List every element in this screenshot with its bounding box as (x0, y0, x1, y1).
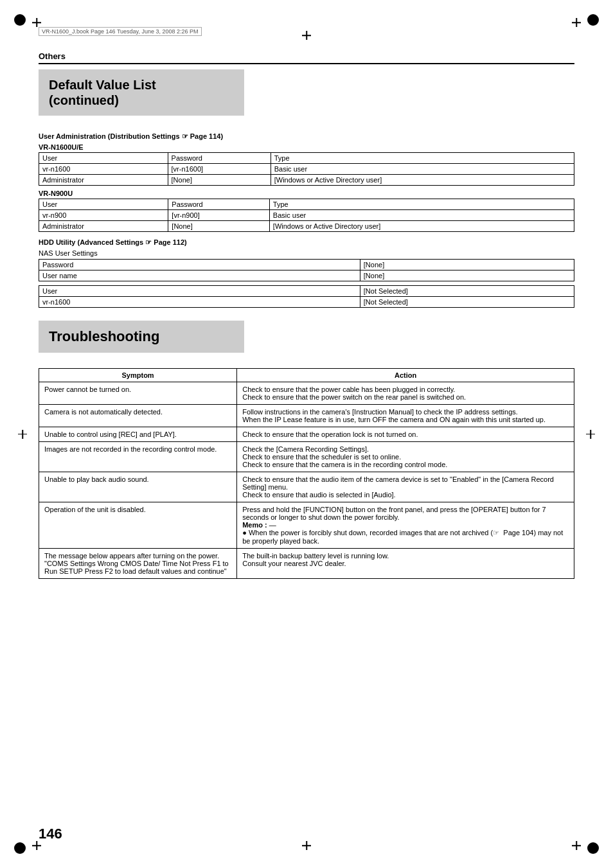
action-cell: Check the [Camera Recording Settings]. C… (237, 442, 574, 472)
action-cell: Follow instructions in the camera's [Ins… (237, 405, 574, 427)
col-symptom: Symptom (39, 369, 237, 382)
symptom-cell: Camera is not automatically detected. (39, 405, 237, 427)
table-row: Unable to play back audio sound. Check t… (39, 472, 574, 502)
symptom-cell: Power cannot be turned on. (39, 382, 237, 405)
page-container: VR-N1600_J.book Page 146 Tuesday, June 3… (0, 0, 613, 868)
crosshair-tr (572, 18, 581, 27)
corner-circle-tr (587, 14, 599, 26)
table-row: The message below appears after turning … (39, 549, 574, 579)
nas-label: NAS User Settings (39, 249, 574, 257)
action-cell: The built-in backup battery level is run… (237, 549, 574, 579)
page-title: Default Value List (continued) (49, 77, 234, 108)
crosshair-bl (32, 841, 41, 850)
file-info: VR-N1600_J.book Page 146 Tuesday, June 3… (39, 27, 202, 36)
table-row: Images are not recorded in the recording… (39, 442, 574, 472)
symptom-cell: Unable to play back audio sound. (39, 472, 237, 502)
symptom-cell: Operation of the unit is disabled. (39, 502, 237, 549)
model2-label: VR-N900U (39, 190, 574, 197)
symptom-cell: The message below appears after turning … (39, 549, 237, 579)
troubleshooting-title-wrapper: Troubleshooting (39, 321, 574, 363)
col-action: Action (237, 369, 574, 382)
action-cell: Check to ensure that the power cable has… (237, 382, 574, 405)
crosshair-top-mid (302, 31, 311, 40)
crosshair-bottom-mid (302, 841, 311, 850)
memo-label: Memo : (242, 521, 267, 529)
action-cell: Check to ensure that the operation lock … (237, 427, 574, 442)
model1-table: User Password Type vr-n1600 [vr-n1600] B… (39, 152, 574, 186)
memo-bullet: When the power is forcibly shut down, re… (242, 529, 563, 545)
default-value-list-title-block: Default Value List (continued) (39, 69, 244, 116)
table-row: Unable to control using [REC] and [PLAY]… (39, 427, 574, 442)
symptom-cell: Unable to control using [REC] and [PLAY]… (39, 427, 237, 442)
table-row: Camera is not automatically detected. Fo… (39, 405, 574, 427)
model1-label: VR-N1600U/E (39, 143, 574, 151)
user-admin-section: User Administration (Distribution Settin… (39, 132, 574, 232)
troubleshooting-table: Symptom Action Power cannot be turned on… (39, 368, 574, 579)
corner-circle-tl (14, 14, 26, 26)
nas-table2: User [Not Selected] vr-n1600 [Not Select… (39, 285, 574, 308)
nas-table1: Password [None] User name [None] (39, 259, 574, 281)
main-content: Others Default Value List (continued) Us… (39, 51, 574, 583)
crosshair-br (572, 841, 581, 850)
hdd-utility-heading: HDD Utility (Advanced Settings ☞ Page 11… (39, 238, 574, 247)
user-admin-heading: User Administration (Distribution Settin… (39, 132, 574, 141)
troubleshooting-title-block: Troubleshooting (39, 321, 244, 353)
corner-circle-br (587, 842, 599, 854)
page-number: 146 (39, 826, 62, 842)
action-cell: Check to ensure that the audio item of t… (237, 472, 574, 502)
crosshair-tl (32, 18, 41, 27)
table-row: Power cannot be turned on. Check to ensu… (39, 382, 574, 405)
section-header: Others (39, 51, 574, 64)
hdd-utility-section: HDD Utility (Advanced Settings ☞ Page 11… (39, 238, 574, 308)
troubleshooting-title: Troubleshooting (49, 328, 234, 345)
action-cell: Press and hold the [FUNCTION] button on … (237, 502, 574, 549)
table-row: Operation of the unit is disabled. Press… (39, 502, 574, 549)
model2-table: User Password Type vr-n900 [vr-n900] Bas… (39, 199, 574, 232)
symptom-cell: Images are not recorded in the recording… (39, 442, 237, 472)
crosshair-left-mid (18, 430, 27, 439)
crosshair-right-mid (586, 430, 595, 439)
corner-circle-bl (14, 842, 26, 854)
